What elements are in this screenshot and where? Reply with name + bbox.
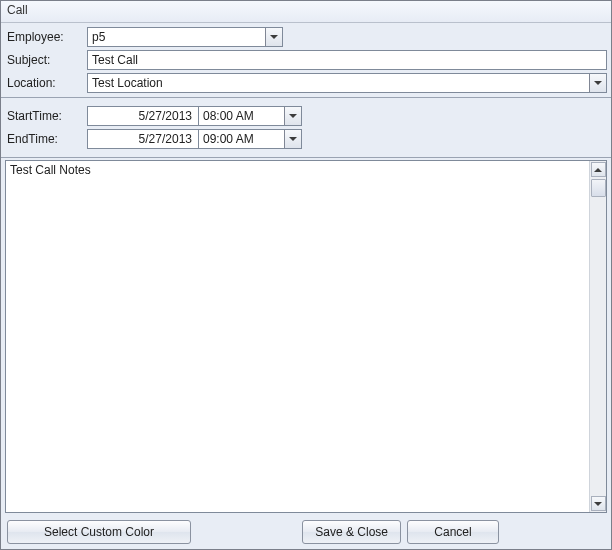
chevron-down-icon xyxy=(594,81,602,85)
row-end: EndTime: 09:00 AM xyxy=(5,128,607,150)
start-date-input[interactable] xyxy=(87,106,199,126)
window-title: Call xyxy=(7,3,28,17)
chevron-up-icon xyxy=(594,168,602,172)
row-subject: Subject: xyxy=(5,49,607,71)
notes-textarea[interactable] xyxy=(6,161,589,512)
label-start: StartTime: xyxy=(5,109,87,123)
subject-input[interactable] xyxy=(87,50,607,70)
titlebar: Call xyxy=(1,1,611,23)
location-value: Test Location xyxy=(92,76,163,90)
select-custom-color-button[interactable]: Select Custom Color xyxy=(7,520,191,544)
chevron-down-icon xyxy=(270,35,278,39)
scroll-up-button[interactable] xyxy=(591,162,606,177)
label-end: EndTime: xyxy=(5,132,87,146)
employee-dropdown-button[interactable] xyxy=(265,28,282,46)
chevron-down-icon xyxy=(289,114,297,118)
label-employee: Employee: xyxy=(5,30,87,44)
employee-value: p5 xyxy=(92,30,105,44)
location-dropdown-button[interactable] xyxy=(589,74,606,92)
cancel-button[interactable]: Cancel xyxy=(407,520,499,544)
button-bar: Select Custom Color Save & Close Cancel xyxy=(1,515,611,549)
end-time-dropdown[interactable]: 09:00 AM xyxy=(198,129,302,149)
label-subject: Subject: xyxy=(5,53,87,67)
save-close-button[interactable]: Save & Close xyxy=(302,520,401,544)
row-start: StartTime: 08:00 AM xyxy=(5,105,607,127)
location-dropdown[interactable]: Test Location xyxy=(87,73,607,93)
scroll-down-button[interactable] xyxy=(591,496,606,511)
label-location: Location: xyxy=(5,76,87,90)
end-date-input[interactable] xyxy=(87,129,199,149)
notes-field xyxy=(5,160,607,513)
start-time-value: 08:00 AM xyxy=(199,109,258,123)
row-employee: Employee: p5 xyxy=(5,26,607,48)
call-dialog: Call Employee: p5 Subject: Location: Tes… xyxy=(0,0,612,550)
form-top: Employee: p5 Subject: Location: Test Loc… xyxy=(1,23,611,98)
scroll-thumb[interactable] xyxy=(591,179,606,197)
employee-dropdown[interactable]: p5 xyxy=(87,27,283,47)
end-time-value: 09:00 AM xyxy=(199,132,258,146)
notes-scrollbar[interactable] xyxy=(589,161,606,512)
start-time-dropdown[interactable]: 08:00 AM xyxy=(198,106,302,126)
row-location: Location: Test Location xyxy=(5,72,607,94)
chevron-down-icon xyxy=(594,502,602,506)
end-time-dropdown-button[interactable] xyxy=(284,130,301,148)
start-time-dropdown-button[interactable] xyxy=(284,107,301,125)
chevron-down-icon xyxy=(289,137,297,141)
form-times: StartTime: 08:00 AM EndTime: 09:00 AM xyxy=(1,98,611,158)
